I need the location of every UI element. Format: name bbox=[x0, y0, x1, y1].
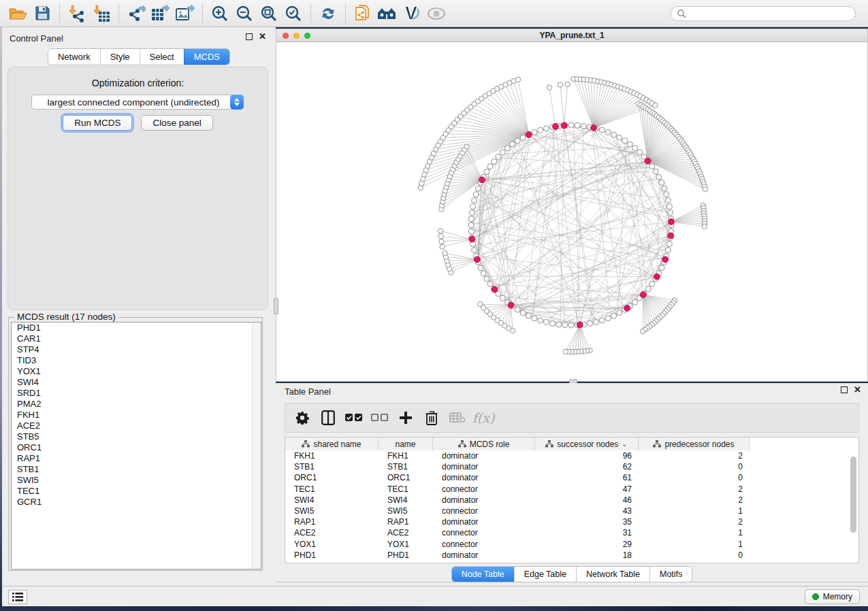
close-panel-button[interactable]: Close panel bbox=[141, 115, 212, 131]
mcds-result-item[interactable]: STP4 bbox=[12, 344, 261, 355]
zoom-fit-icon[interactable] bbox=[257, 2, 281, 25]
add-column-icon[interactable] bbox=[397, 409, 415, 427]
column-header-shared-name[interactable]: shared name bbox=[285, 437, 379, 450]
cell-successor-nodes: 35 bbox=[535, 516, 639, 527]
cell-name: STB1 bbox=[379, 461, 433, 472]
mcds-result-item[interactable]: SWI4 bbox=[12, 377, 261, 388]
open-file-icon[interactable] bbox=[5, 2, 30, 25]
mcds-result-item[interactable]: CAR1 bbox=[12, 333, 261, 344]
cell-name: ACE2 bbox=[379, 527, 433, 538]
tab-edge-table[interactable]: Edge Table bbox=[514, 567, 576, 582]
mcds-result-item[interactable]: ACE2 bbox=[12, 420, 261, 431]
export-network-icon[interactable] bbox=[124, 2, 148, 25]
search-box[interactable] bbox=[671, 6, 856, 21]
mcds-result-item[interactable]: RAP1 bbox=[12, 453, 261, 464]
table-row[interactable]: RAP1RAP1dominator352 bbox=[285, 516, 858, 527]
memory-status-icon bbox=[812, 593, 819, 600]
panel-list-button[interactable] bbox=[8, 590, 27, 604]
cell-successor-nodes: 29 bbox=[535, 539, 639, 550]
mcds-result-item[interactable]: PHD1 bbox=[12, 323, 261, 333]
mcds-result-item[interactable]: STB1 bbox=[12, 464, 261, 475]
mcds-result-item[interactable]: SRD1 bbox=[12, 388, 261, 399]
float-panel-icon[interactable] bbox=[841, 386, 848, 393]
cell-successor-nodes: 47 bbox=[535, 484, 639, 495]
column-header-name[interactable]: name bbox=[379, 437, 433, 450]
sort-descending-icon: ⌄ bbox=[622, 440, 627, 448]
tab-mcds[interactable]: MCDS bbox=[184, 49, 229, 65]
tab-node-table[interactable]: Node Table bbox=[452, 567, 514, 582]
table-scrollbar[interactable] bbox=[850, 457, 856, 533]
select-all-checkboxes-icon[interactable] bbox=[345, 409, 363, 427]
mcds-result-list[interactable]: PHD1CAR1STP4TID3YOX1SWI4SRD1PMA2FKH1ACE2… bbox=[11, 322, 261, 569]
table-row[interactable]: STB1STB1dominator620 bbox=[285, 461, 858, 472]
table-row[interactable]: SWI4SWI4dominator462 bbox=[285, 495, 858, 506]
tab-style[interactable]: Style bbox=[100, 49, 140, 65]
export-table-icon[interactable] bbox=[148, 2, 173, 25]
vizmapper-icon[interactable] bbox=[400, 2, 424, 25]
settings-gear-icon[interactable] bbox=[293, 409, 311, 427]
zoom-in-icon[interactable] bbox=[208, 2, 232, 25]
cell-filler bbox=[750, 539, 858, 550]
delete-column-icon[interactable] bbox=[423, 409, 440, 427]
mcds-result-item[interactable]: ORC1 bbox=[12, 442, 261, 453]
cell-mcds-role: dominator bbox=[433, 461, 535, 472]
table-row[interactable]: ORC1ORC1dominator610 bbox=[285, 472, 858, 483]
search-network-icon[interactable] bbox=[375, 2, 400, 25]
zoom-out-icon[interactable] bbox=[232, 2, 257, 25]
zoom-selected-icon[interactable] bbox=[281, 2, 306, 25]
table-row[interactable]: SWI5SWI5connector431 bbox=[285, 506, 858, 516]
table-row[interactable]: ACE2ACE2connector311 bbox=[285, 527, 858, 538]
tab-motifs[interactable]: Motifs bbox=[649, 567, 692, 582]
delete-table-icon[interactable] bbox=[449, 409, 466, 427]
cell-shared-name: STB1 bbox=[285, 461, 379, 472]
toolbar-separator bbox=[202, 4, 203, 23]
table-row[interactable]: PHD1PHD1dominator180 bbox=[285, 550, 858, 561]
show-hide-icon[interactable] bbox=[424, 2, 449, 25]
import-network-icon[interactable] bbox=[65, 2, 89, 25]
vertical-splitter-handle[interactable] bbox=[274, 298, 278, 314]
save-session-icon[interactable] bbox=[30, 2, 54, 25]
column-header-successor-nodes[interactable]: successor nodes⌄ bbox=[535, 437, 639, 450]
column-header-predecessor-nodes[interactable]: predecessor nodes bbox=[639, 437, 750, 450]
network-canvas[interactable] bbox=[276, 42, 867, 381]
list-icon bbox=[12, 593, 23, 601]
tab-network[interactable]: Network bbox=[48, 49, 100, 65]
list-scrollbar[interactable] bbox=[252, 323, 261, 569]
table-row[interactable]: TEC1TEC1connector472 bbox=[285, 484, 858, 495]
tab-select[interactable]: Select bbox=[140, 49, 184, 65]
column-header-MCDS-role[interactable]: MCDS role bbox=[433, 437, 535, 450]
memory-button[interactable]: Memory bbox=[805, 589, 860, 604]
mcds-result-item[interactable]: STB5 bbox=[12, 431, 261, 442]
mcds-result-item[interactable]: GCR1 bbox=[12, 497, 261, 508]
mcds-result-item[interactable]: FKH1 bbox=[12, 410, 261, 420]
refresh-icon[interactable] bbox=[316, 2, 340, 25]
show-columns-icon[interactable] bbox=[319, 409, 337, 427]
mcds-result-item[interactable]: TEC1 bbox=[12, 486, 261, 497]
export-image-icon[interactable] bbox=[173, 2, 197, 25]
close-panel-icon[interactable]: ✕ bbox=[854, 386, 861, 393]
panel-divider bbox=[276, 582, 868, 582]
table-panel-tabs: Node TableEdge TableNetwork TableMotifs bbox=[276, 567, 868, 582]
mcds-result-item[interactable]: SWI5 bbox=[12, 475, 261, 486]
function-builder-icon[interactable]: f(x) bbox=[475, 409, 492, 427]
node-table[interactable]: shared namenameMCDS rolesuccessor nodes⌄… bbox=[285, 437, 859, 563]
criterion-dropdown[interactable]: largest connected component (undirected) bbox=[31, 95, 244, 110]
cell-shared-name: SWI4 bbox=[285, 495, 379, 506]
run-mcds-button[interactable]: Run MCDS bbox=[63, 115, 132, 131]
import-table-icon[interactable] bbox=[89, 2, 114, 25]
close-panel-icon[interactable]: ✕ bbox=[259, 33, 266, 40]
optimization-criterion-label: Optimization criterion: bbox=[8, 78, 268, 88]
cell-successor-nodes: 43 bbox=[535, 506, 639, 516]
mcds-result-item[interactable]: PMA2 bbox=[12, 399, 261, 410]
share-document-icon[interactable] bbox=[351, 2, 375, 25]
float-panel-icon[interactable] bbox=[246, 33, 253, 40]
network-window-titlebar[interactable]: YPA_prune.txt_1 bbox=[276, 29, 867, 42]
tab-network-table[interactable]: Network Table bbox=[576, 567, 649, 582]
table-row[interactable]: FKH1FKH1dominator962 bbox=[285, 450, 858, 461]
mcds-result-item[interactable]: YOX1 bbox=[12, 366, 261, 377]
column-header-filler bbox=[750, 437, 858, 450]
mcds-result-item[interactable]: TID3 bbox=[12, 355, 261, 366]
search-input[interactable] bbox=[686, 9, 850, 18]
table-row[interactable]: YOX1YOX1connector291 bbox=[285, 539, 858, 550]
deselect-all-checkboxes-icon[interactable] bbox=[371, 409, 389, 427]
